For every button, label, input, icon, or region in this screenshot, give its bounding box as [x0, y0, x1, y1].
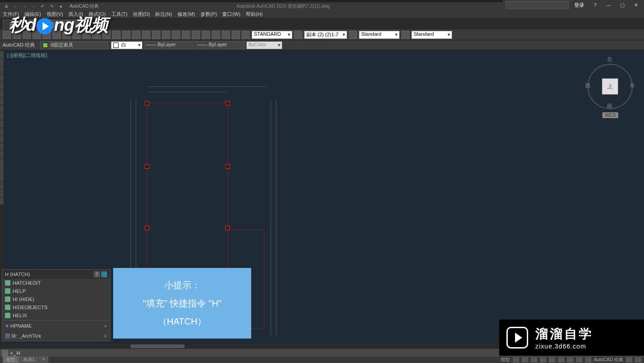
status-model-label[interactable]: 模型	[501, 357, 510, 363]
palette-tool[interactable]	[0, 182, 4, 189]
palette-tool[interactable]	[0, 197, 4, 205]
menu-help[interactable]: 帮助(H)	[246, 11, 262, 18]
close-icon[interactable]: ✕	[630, 1, 641, 9]
workspace-dropdown-icon[interactable]: ▾	[57, 3, 64, 10]
tool-icon[interactable]	[132, 31, 140, 39]
grid-toggle-icon[interactable]	[513, 357, 519, 363]
undo-icon[interactable]: ↶	[39, 3, 46, 10]
lineweight-toggle-icon[interactable]	[567, 357, 573, 363]
expand-icon[interactable]: +	[104, 332, 107, 339]
viewcube[interactable]: 上 北 南 东 西 WCS	[585, 55, 635, 118]
autocomplete-item[interactable]: HATCHEDIT	[2, 279, 110, 287]
tool-icon[interactable]	[112, 31, 120, 39]
palette-tool[interactable]	[0, 113, 4, 120]
workspace-status[interactable]: AutoCAD 经典	[594, 357, 623, 363]
add-layout-tab[interactable]: +	[39, 356, 49, 363]
app-menu-icon[interactable]: A	[3, 3, 10, 10]
palette-tool[interactable]	[0, 74, 4, 81]
expand-icon[interactable]: +	[104, 322, 107, 330]
autocomplete-item[interactable]: HI (HIDE)	[2, 295, 110, 303]
palette-tool[interactable]	[0, 51, 4, 58]
internet-icon[interactable]: 🌐	[101, 271, 107, 277]
palette-tool[interactable]	[0, 82, 4, 89]
viewcube-north[interactable]: 北	[607, 56, 612, 63]
tool-icon[interactable]	[182, 31, 190, 39]
palette-tool[interactable]	[0, 90, 4, 97]
autocomplete-item[interactable]: HELP	[2, 287, 110, 295]
snap-toggle-icon[interactable]	[522, 357, 528, 363]
menu-parametric[interactable]: 参数(P)	[200, 11, 217, 18]
maximize-icon[interactable]: ▢	[617, 1, 628, 9]
autocomplete-sysvar[interactable]: ✳ HPNAME+	[2, 321, 110, 331]
palette-tool[interactable]	[0, 120, 4, 128]
lineweight-dropdown[interactable]: —— ByLayer	[195, 41, 245, 49]
tool-icon[interactable]	[222, 31, 230, 39]
ortho-toggle-icon[interactable]	[531, 357, 537, 363]
viewcube-face-top[interactable]: 上	[602, 78, 618, 95]
save-icon[interactable]: ▫	[30, 3, 37, 10]
search-help-box[interactable]	[506, 1, 569, 9]
open-icon[interactable]: ▫	[21, 3, 28, 10]
autocomplete-block[interactable]: ▦ 块: _ArchTick+	[2, 331, 110, 341]
annotation-icon[interactable]	[576, 357, 582, 363]
help-icon[interactable]: ?	[590, 1, 601, 9]
tool-icon[interactable]	[242, 31, 250, 39]
menu-modify[interactable]: 修改(M)	[177, 11, 195, 18]
palette-tool[interactable]	[0, 59, 4, 66]
viewcube-east[interactable]: 东	[630, 82, 635, 90]
tool-icon[interactable]	[152, 31, 160, 39]
palette-tool[interactable]	[0, 97, 4, 105]
tool-icon[interactable]	[232, 31, 240, 39]
autocomplete-item[interactable]: HIDEOBJECTS	[2, 303, 110, 311]
clean-screen-icon[interactable]	[635, 357, 641, 363]
autocomplete-item[interactable]: HELIX	[2, 311, 110, 320]
scrollbar-thumb[interactable]	[130, 344, 185, 348]
palette-tool[interactable]	[0, 151, 4, 158]
menu-draw[interactable]: 绘图(D)	[133, 11, 150, 18]
dim-style-dropdown[interactable]: 副本 (2) (2)1-7	[304, 31, 347, 39]
tool-icon[interactable]	[142, 31, 150, 39]
login-button[interactable]: 登录	[572, 2, 587, 9]
table-style-dropdown[interactable]: Standard	[359, 31, 400, 39]
palette-tool[interactable]	[0, 167, 4, 174]
menu-dimension[interactable]: 标注(N)	[155, 11, 172, 18]
viewcube-wcs-button[interactable]: WCS	[602, 112, 618, 118]
palette-tool[interactable]	[0, 174, 4, 182]
palette-tool[interactable]	[0, 190, 4, 197]
minimize-icon[interactable]: —	[603, 1, 614, 9]
palette-tool[interactable]	[0, 143, 4, 151]
redo-icon[interactable]: ↷	[48, 3, 55, 10]
model-tab[interactable]: 模型	[3, 356, 19, 363]
palette-tool[interactable]	[0, 136, 4, 143]
viewcube-south[interactable]: 南	[607, 102, 612, 110]
tool-icon[interactable]	[212, 31, 220, 39]
tool-icon[interactable]	[162, 31, 170, 39]
gear-icon[interactable]	[626, 357, 632, 363]
tool-icon[interactable]	[192, 31, 200, 39]
linetype-dropdown[interactable]: —— ByLayer	[144, 41, 194, 49]
palette-tool[interactable]	[0, 105, 4, 112]
tool-icon[interactable]	[294, 31, 302, 39]
tool-icon[interactable]	[401, 31, 410, 39]
help-icon[interactable]: ?	[94, 271, 100, 277]
otrack-toggle-icon[interactable]	[558, 357, 564, 363]
plotstyle-dropdown[interactable]: ByColor	[246, 41, 282, 49]
palette-tool[interactable]	[0, 67, 4, 74]
layer-dropdown[interactable]: 0固定家具	[40, 41, 108, 49]
palette-tool[interactable]	[0, 159, 4, 166]
tool-icon[interactable]	[172, 31, 180, 39]
text-style-dropdown[interactable]: STANDARD	[252, 31, 292, 39]
tool-icon[interactable]	[202, 31, 210, 39]
command-icon[interactable]	[2, 350, 8, 356]
menu-tools[interactable]: 工具(T)	[111, 11, 128, 18]
palette-tool[interactable]	[0, 128, 4, 135]
tool-icon[interactable]	[349, 31, 357, 39]
viewport-label[interactable]: [-][俯视][二维线框]	[7, 52, 47, 59]
annotation-scale-icon[interactable]	[585, 357, 592, 363]
polar-toggle-icon[interactable]	[540, 357, 546, 363]
tool-icon[interactable]	[122, 31, 130, 39]
layout-tab[interactable]: 布局1	[19, 356, 38, 363]
osnap-toggle-icon[interactable]	[549, 357, 555, 363]
mleader-style-dropdown[interactable]: Standard	[411, 31, 452, 39]
color-dropdown[interactable]: 白	[111, 41, 143, 49]
